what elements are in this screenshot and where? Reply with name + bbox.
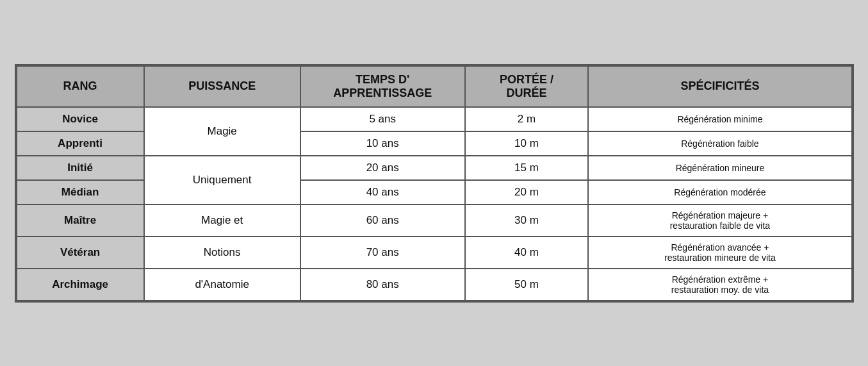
main-table-container: RANG PUISSANCE TEMPS D'APPRENTISSAGE POR… bbox=[15, 64, 854, 303]
temps-median: 40 ans bbox=[300, 180, 465, 204]
table-row: Médian 40 ans 20 m Régénération modérée bbox=[17, 180, 852, 204]
spec-apprenti: Régénération faible bbox=[588, 131, 851, 156]
portee-novice: 2 m bbox=[465, 107, 589, 131]
rang-archimage: Archimage bbox=[17, 269, 144, 301]
spec-median: Régénération modérée bbox=[588, 180, 851, 204]
header-row: RANG PUISSANCE TEMPS D'APPRENTISSAGE POR… bbox=[17, 66, 852, 107]
puissance-archimage: d'Anatomie bbox=[144, 269, 300, 301]
header-rang: RANG bbox=[17, 66, 144, 107]
table-row: Novice Magie 5 ans 2 m Régénération mini… bbox=[17, 107, 852, 131]
temps-maitre: 60 ans bbox=[300, 204, 465, 237]
spec-novice: Régénération minime bbox=[588, 107, 851, 131]
rang-novice: Novice bbox=[17, 107, 144, 131]
puissance-uniquement: Uniquement bbox=[144, 156, 300, 204]
temps-veteran: 70 ans bbox=[300, 237, 465, 269]
header-temps: TEMPS D'APPRENTISSAGE bbox=[300, 66, 465, 107]
rang-median: Médian bbox=[17, 180, 144, 204]
portee-maitre: 30 m bbox=[465, 204, 589, 237]
skill-table: RANG PUISSANCE TEMPS D'APPRENTISSAGE POR… bbox=[16, 65, 853, 301]
temps-apprenti: 10 ans bbox=[300, 131, 465, 156]
table-row: Initié Uniquement 20 ans 15 m Régénérati… bbox=[17, 156, 852, 180]
table-row: Apprenti 10 ans 10 m Régénération faible bbox=[17, 131, 852, 156]
temps-initie: 20 ans bbox=[300, 156, 465, 180]
rang-maitre: Maître bbox=[17, 204, 144, 237]
header-spec: SPÉCIFICITÉS bbox=[588, 66, 851, 107]
table-row: Archimage d'Anatomie 80 ans 50 m Régénér… bbox=[17, 269, 852, 301]
header-portee: PORTÉE /DURÉE bbox=[465, 66, 589, 107]
table-row: Vétéran Notions 70 ans 40 m Régénération… bbox=[17, 237, 852, 269]
portee-apprenti: 10 m bbox=[465, 131, 589, 156]
portee-archimage: 50 m bbox=[465, 269, 589, 301]
portee-median: 20 m bbox=[465, 180, 589, 204]
table-row: Maître Magie et 60 ans 30 m Régénération… bbox=[17, 204, 852, 237]
header-puissance: PUISSANCE bbox=[144, 66, 300, 107]
spec-veteran: Régénération avancée +restauration mineu… bbox=[588, 237, 851, 269]
spec-archimage: Régénération extrême +restauration moy. … bbox=[588, 269, 851, 301]
spec-maitre: Régénération majeure +restauration faibl… bbox=[588, 204, 851, 237]
puissance-maitre: Magie et bbox=[144, 204, 300, 237]
rang-apprenti: Apprenti bbox=[17, 131, 144, 156]
rang-initie: Initié bbox=[17, 156, 144, 180]
temps-archimage: 80 ans bbox=[300, 269, 465, 301]
puissance-magie: Magie bbox=[144, 107, 300, 156]
portee-veteran: 40 m bbox=[465, 237, 589, 269]
spec-initie: Régénération mineure bbox=[588, 156, 851, 180]
puissance-veteran: Notions bbox=[144, 237, 300, 269]
rang-veteran: Vétéran bbox=[17, 237, 144, 269]
portee-initie: 15 m bbox=[465, 156, 589, 180]
temps-novice: 5 ans bbox=[300, 107, 465, 131]
